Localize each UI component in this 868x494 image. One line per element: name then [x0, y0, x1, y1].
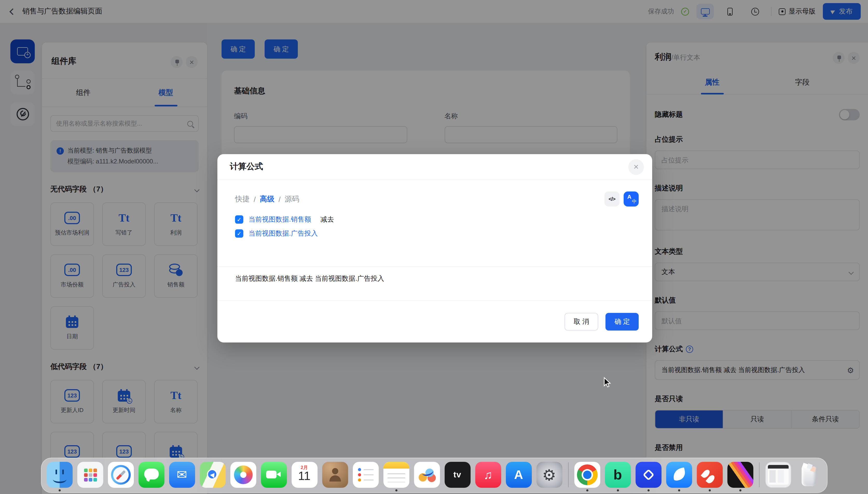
- dock-divider: [759, 462, 759, 487]
- confirm-button[interactable]: 确 定: [606, 313, 639, 330]
- screen: 销售与广告数据编辑页面 保存成功 ✓ 显示母版 发布 + 组件: [0, 0, 868, 494]
- mode-source[interactable]: 源码: [285, 194, 300, 204]
- app-store-icon: A: [506, 462, 532, 488]
- minimized-window-icon: [765, 462, 791, 488]
- dock-music[interactable]: ♫: [475, 462, 501, 491]
- dock-trash[interactable]: [796, 462, 822, 491]
- dock-divider: [568, 462, 568, 487]
- dialog-close-button[interactable]: ×: [628, 159, 644, 175]
- formula-term-row: ✓ 当前视图数据.销售额 减去: [235, 215, 639, 224]
- dock-stripes-app[interactable]: [727, 462, 753, 491]
- macos-dock: ✉ 2月11 tv ♫ A ⚙ b: [41, 458, 827, 493]
- settings-gear-icon: ⚙: [536, 462, 562, 488]
- dock-photos[interactable]: [230, 462, 256, 491]
- cancel-button[interactable]: 取 消: [564, 313, 598, 330]
- checkbox-checked-icon[interactable]: ✓: [235, 215, 243, 224]
- dock-messages[interactable]: [138, 462, 164, 491]
- apple-tv-icon: tv: [444, 462, 470, 488]
- formula-dialog: 计算公式 × 快捷 / 高级 / 源码 ✓ 当前视图数据.销售额 减去: [217, 154, 652, 342]
- mail-icon: ✉: [169, 462, 195, 488]
- dock-finder[interactable]: [46, 462, 72, 491]
- checkbox-checked-icon[interactable]: ✓: [235, 229, 243, 238]
- term-sales[interactable]: 当前视图数据.销售额: [249, 215, 311, 224]
- contacts-icon: [322, 462, 348, 488]
- mode-advanced[interactable]: 高级: [260, 194, 274, 204]
- dock-mail[interactable]: ✉: [169, 462, 195, 491]
- dialog-title: 计算公式: [230, 162, 263, 172]
- dock-window-preview[interactable]: [765, 462, 791, 491]
- dock-maps[interactable]: [199, 462, 226, 491]
- finder-icon: [46, 462, 72, 488]
- dock-blue-shield-app[interactable]: [635, 462, 661, 491]
- messages-icon: [138, 462, 164, 488]
- mode-separator: /: [278, 195, 281, 203]
- music-icon: ♫: [475, 462, 501, 488]
- dock-freeform[interactable]: [414, 462, 440, 491]
- photos-icon: [230, 462, 256, 488]
- dock-app-store[interactable]: A: [506, 462, 532, 491]
- dock-red-app[interactable]: [696, 462, 722, 491]
- mode-quick[interactable]: 快捷: [235, 194, 250, 204]
- b-app-icon: b: [605, 462, 631, 488]
- calendar-icon: 2月11: [291, 462, 317, 488]
- dock-facetime[interactable]: [261, 462, 287, 491]
- blue-shield-app-icon: [635, 462, 661, 488]
- dock-notes[interactable]: [383, 462, 409, 491]
- code-view-button[interactable]: [604, 191, 619, 207]
- stripes-app-icon: [727, 462, 753, 488]
- dock-chrome[interactable]: [574, 462, 600, 491]
- dock-b-app[interactable]: b: [605, 462, 631, 491]
- trash-icon: [796, 462, 822, 488]
- freeform-icon: [414, 462, 440, 488]
- term-ad-spend[interactable]: 当前视图数据.广告投入: [249, 229, 318, 238]
- formula-preview: 当前视图数据.销售额 减去 当前视图数据.广告投入: [217, 266, 652, 301]
- dock-dingtalk[interactable]: [666, 462, 692, 491]
- operator-minus: 减去: [321, 215, 334, 224]
- safari-icon: [108, 462, 134, 488]
- formula-term-row: ✓ 当前视图数据.广告投入: [235, 229, 639, 238]
- maps-icon: [199, 462, 226, 488]
- dock-safari[interactable]: [108, 462, 134, 491]
- mode-separator: /: [254, 195, 256, 203]
- dock-reminders[interactable]: [352, 462, 379, 491]
- dock-calendar[interactable]: 2月11: [291, 462, 317, 491]
- dock-apple-tv[interactable]: tv: [444, 462, 470, 491]
- dock-launchpad[interactable]: [77, 462, 103, 491]
- translate-button[interactable]: [624, 191, 639, 207]
- reminders-icon: [352, 462, 379, 488]
- dingtalk-icon: [666, 462, 692, 488]
- red-app-icon: [696, 462, 722, 488]
- launchpad-icon: [77, 462, 103, 488]
- dock-system-settings[interactable]: ⚙: [536, 462, 562, 491]
- facetime-icon: [261, 462, 287, 488]
- notes-icon: [383, 462, 409, 488]
- dock-contacts[interactable]: [322, 462, 348, 491]
- chrome-icon: [574, 462, 600, 488]
